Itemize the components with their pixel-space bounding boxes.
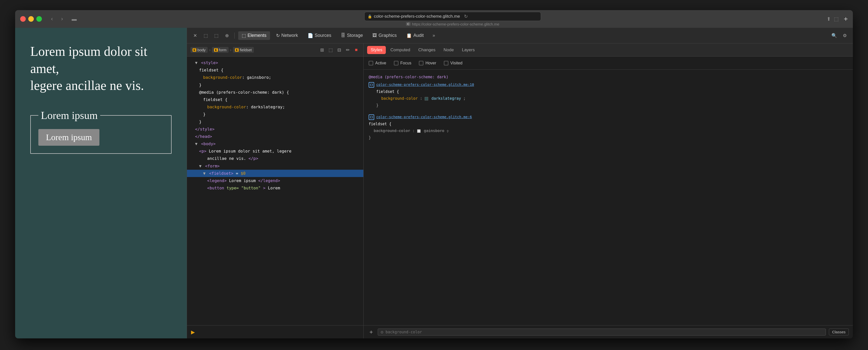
tree-line[interactable]: } bbox=[187, 111, 363, 118]
tree-line[interactable]: background-color: darkslategray; bbox=[187, 103, 363, 111]
forward-button[interactable]: › bbox=[58, 14, 67, 24]
breadcrumb-item-e[interactable]: E body bbox=[190, 47, 208, 53]
tree-line[interactable]: <p> Lorem ipsum dolor sit amet, legere bbox=[187, 147, 363, 155]
webpage-button[interactable]: Lorem ipsum bbox=[38, 129, 99, 146]
tree-line[interactable]: } bbox=[187, 81, 363, 89]
console-input[interactable] bbox=[197, 329, 359, 334]
tree-line[interactable]: @media (prefers-color-scheme: dark) { bbox=[187, 89, 363, 96]
layout-tool-3[interactable]: ⊟ bbox=[336, 47, 343, 54]
devtools-close-button[interactable]: ✕ bbox=[191, 32, 199, 40]
title-bar: ‹ › ▬ 🔒 color-scheme-prefers-color-schem… bbox=[15, 10, 853, 28]
toggle-focus-box[interactable] bbox=[394, 61, 398, 65]
back-button[interactable]: ‹ bbox=[48, 14, 57, 24]
tab-layers[interactable]: Layers bbox=[458, 46, 478, 54]
css-close-brace: } bbox=[376, 102, 848, 109]
breadcrumb-form: form bbox=[219, 48, 226, 52]
css-file-link-2[interactable]: color-scheme-prefers-color-scheme.glitch… bbox=[376, 114, 472, 120]
toggle-hover-box[interactable] bbox=[419, 61, 424, 65]
layout-tool-1[interactable]: ⊞ bbox=[318, 47, 326, 54]
close-button[interactable] bbox=[20, 16, 26, 22]
breadcrumb-item-fieldset[interactable]: E fieldset bbox=[233, 47, 254, 53]
tree-line[interactable]: fieldset { bbox=[187, 66, 363, 74]
more-tabs-button[interactable]: » bbox=[430, 32, 438, 40]
css-swatch-dark[interactable] bbox=[425, 97, 428, 100]
search-button[interactable]: 🔍 bbox=[830, 32, 838, 40]
toggle-visited-box[interactable] bbox=[444, 61, 448, 65]
add-property-bar: + ⊙ Classes bbox=[364, 325, 853, 339]
sidebar-toggle-button[interactable]: ▬ bbox=[70, 14, 79, 24]
css-property-line-2: background-color : gainsboro ; bbox=[374, 127, 848, 134]
toggle-active-box[interactable] bbox=[369, 61, 373, 65]
crosshair-button[interactable]: ⊕ bbox=[223, 32, 231, 40]
device-emulation-button[interactable]: ⬚ bbox=[212, 32, 220, 40]
e-badge: E bbox=[192, 48, 196, 52]
reload-button[interactable]: ↻ bbox=[464, 13, 468, 19]
devtools-panel: ✕ ⬚ ⬚ ⊕ ⬚ Elements ↻ Network 📄 Sources bbox=[187, 28, 853, 339]
toggle-hover[interactable]: Hover bbox=[419, 61, 436, 65]
tree-line-selected[interactable]: ▼ <fieldset> = $0 bbox=[187, 170, 363, 177]
toggle-active-label: Active bbox=[375, 61, 386, 65]
property-input-field[interactable] bbox=[385, 330, 823, 334]
tree-line[interactable]: } bbox=[187, 118, 363, 125]
tab-sources[interactable]: 📄 Sources bbox=[304, 31, 335, 40]
tree-line[interactable]: <button type= "button" > Lorem bbox=[187, 184, 363, 192]
css-prop[interactable]: background-color bbox=[381, 96, 418, 101]
tab-changes[interactable]: Changes bbox=[415, 46, 439, 54]
tab-graphics[interactable]: 🖼 Graphics bbox=[369, 31, 400, 40]
tree-line[interactable]: ▼ <style> bbox=[187, 59, 363, 66]
tree-line[interactable]: background-color: gainsboro; bbox=[187, 74, 363, 81]
css-file-ref-2: {} color-scheme-prefers-color-scheme.gli… bbox=[369, 114, 848, 120]
devtools-main: E body › E form › E fieldset bbox=[187, 43, 853, 339]
maximize-button[interactable] bbox=[36, 16, 42, 22]
tree-line[interactable]: </head> bbox=[187, 133, 363, 140]
toggle-visited[interactable]: Visited bbox=[444, 61, 463, 65]
property-input[interactable]: ⊙ bbox=[378, 328, 826, 336]
tree-line[interactable]: fieldset { bbox=[187, 96, 363, 103]
prop-icon: ⊙ bbox=[380, 330, 383, 334]
secondary-url: https://color-scheme-prefers-color-schem… bbox=[412, 22, 499, 26]
css-close-brace-2: } bbox=[369, 134, 848, 141]
tree-line[interactable]: </style> bbox=[187, 125, 363, 133]
tab-elements[interactable]: ⬚ Elements bbox=[238, 31, 270, 40]
tab-computed[interactable]: Computed bbox=[387, 46, 413, 54]
tree-line[interactable]: ▼ <form> bbox=[187, 163, 363, 170]
classes-button[interactable]: Classes bbox=[829, 328, 849, 336]
secondary-icon: C bbox=[406, 22, 410, 26]
element-picker-button[interactable]: ⬚ bbox=[202, 32, 210, 40]
tab-network[interactable]: ↻ Network bbox=[273, 31, 302, 40]
css-swatch-light[interactable] bbox=[417, 129, 421, 133]
pencil-tool[interactable]: ✏ bbox=[344, 47, 351, 54]
tree-line[interactable]: ▼ <body> bbox=[187, 140, 363, 147]
breadcrumb-item-form[interactable]: E form bbox=[212, 47, 228, 53]
css-file-link[interactable]: color-scheme-prefers-color-scheme.glitch… bbox=[376, 82, 474, 88]
add-property-button[interactable]: + bbox=[368, 328, 375, 336]
new-tab-button[interactable]: + bbox=[844, 15, 848, 23]
tab-styles[interactable]: Styles bbox=[367, 46, 386, 54]
breadcrumb-separator: › bbox=[209, 48, 211, 52]
traffic-lights bbox=[20, 16, 42, 22]
minimize-button[interactable] bbox=[28, 16, 34, 22]
css-selector-line: fieldset { bbox=[376, 88, 848, 95]
toggle-active[interactable]: Active bbox=[369, 61, 386, 65]
address-url: color-scheme-prefers-color-scheme.glitch… bbox=[374, 14, 460, 19]
css-value[interactable]: darkslategray bbox=[432, 96, 461, 101]
window-button[interactable]: ⬚ bbox=[834, 16, 839, 22]
tab-storage[interactable]: 🗄 Storage bbox=[337, 31, 366, 40]
toggle-focus[interactable]: Focus bbox=[394, 61, 411, 65]
lock-icon: 🔒 bbox=[368, 14, 372, 19]
css-file-ref: {} color-scheme-prefers-color-scheme.gli… bbox=[369, 82, 848, 88]
share-button[interactable]: ⬆ bbox=[827, 16, 831, 22]
tab-node[interactable]: Node bbox=[440, 46, 458, 54]
styles-tabs: Styles Computed Changes Node Layers bbox=[364, 43, 853, 57]
address-bar-container: 🔒 color-scheme-prefers-color-scheme.glit… bbox=[82, 12, 824, 26]
settings-button[interactable]: ⚙ bbox=[841, 32, 849, 40]
styles-content: @media (prefers-color-scheme: dark) {} c… bbox=[364, 70, 853, 325]
layout-tool-2[interactable]: ⬚ bbox=[327, 47, 334, 54]
address-bar[interactable]: 🔒 color-scheme-prefers-color-scheme.glit… bbox=[364, 12, 541, 21]
tab-audit[interactable]: 📋 Audit bbox=[403, 31, 427, 40]
css-prop-overridden[interactable]: background-color bbox=[374, 128, 410, 133]
css-value-overridden[interactable]: gainsboro bbox=[424, 128, 444, 133]
color-tool[interactable]: ■ bbox=[353, 47, 360, 54]
tree-line[interactable]: <legend> Lorem ipsum </legend> bbox=[187, 177, 363, 184]
tree-line[interactable]: ancillae ne vis. </p> bbox=[187, 155, 363, 162]
